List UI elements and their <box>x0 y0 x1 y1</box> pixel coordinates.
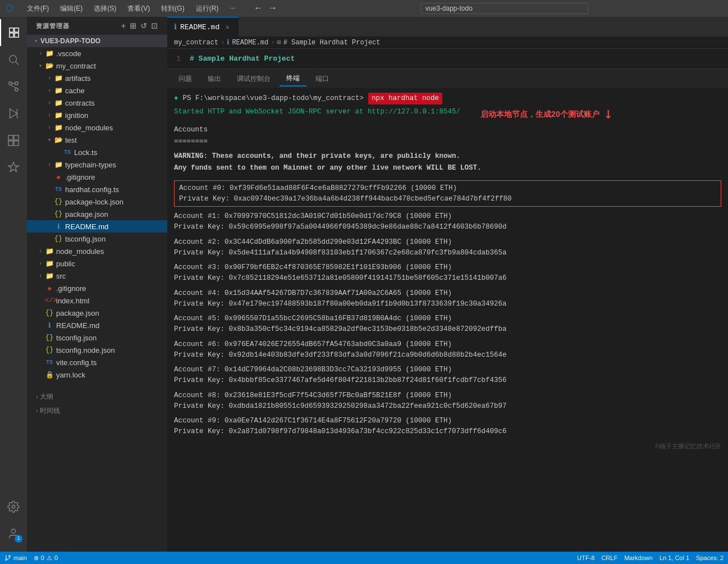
tree-item-yarn-lock[interactable]: 🔒 yarn.lock <box>27 369 167 381</box>
tab-readme[interactable]: ℹ README.md ✕ <box>167 17 239 37</box>
tree-label-tsconfig-inner: tsconfig.json <box>65 235 106 243</box>
breadcrumb-heading-icon: ⊞ <box>277 38 281 47</box>
account-2-address-line: Account #2: 0x3C44CdDdB6a900fa2b585dd299… <box>174 237 721 248</box>
tree-item-public[interactable]: › 📁 public <box>27 257 167 270</box>
svg-rect-15 <box>8 141 13 145</box>
outline-section[interactable]: › 大纲 <box>27 390 167 404</box>
line-endings-label: CRLF <box>601 554 617 561</box>
folder-icon: 📁 <box>45 247 54 256</box>
breadcrumb-readme-icon: ℹ <box>227 38 230 47</box>
tree-item-package-json-outer[interactable]: {} package.json <box>27 307 167 319</box>
activity-settings[interactable] <box>0 493 27 520</box>
tree-item-src[interactable]: › 📁 src <box>27 270 167 282</box>
tree-item-gitignore-outer[interactable]: ◈ .gitignore <box>27 282 167 294</box>
chevron-right-icon: › <box>45 162 54 168</box>
activity-extensions[interactable] <box>0 127 27 154</box>
tree-item-contracts[interactable]: › 📁 contracts <box>27 97 167 109</box>
svg-point-8 <box>15 82 19 85</box>
status-spaces[interactable]: Spaces: 2 <box>696 554 724 561</box>
menu-goto[interactable]: 转到(G) <box>157 3 189 15</box>
tree-label-readme-outer: README.md <box>56 321 99 330</box>
activity-search[interactable] <box>0 46 27 73</box>
tree-item-readme-inner[interactable]: ℹ README.md <box>27 220 167 233</box>
breadcrumb-mycontract: my_contract <box>174 39 218 47</box>
panel-tab-ports[interactable]: 端口 <box>309 72 336 86</box>
tree-project-root[interactable]: ▾ VUE3-DAPP-TODO <box>27 35 167 47</box>
tree-label-contracts: contracts <box>65 99 95 107</box>
account-9-key-line: Private Key: 0x2a871d0798f97d79848a013d4… <box>174 426 721 437</box>
panel-tab-terminal[interactable]: 终端 <box>280 71 306 87</box>
refresh-icon[interactable]: ↺ <box>140 21 148 30</box>
panel-tab-problems[interactable]: 问题 <box>172 72 199 86</box>
account-4-box: Account #4: 0x15d34AAf54267DB7D7c367839A… <box>174 288 721 310</box>
tree-item-tsconfig-inner[interactable]: {} tsconfig.json <box>27 233 167 245</box>
activity-remote[interactable] <box>0 154 27 181</box>
tree-item-package-lock[interactable]: {} package-lock.json <box>27 195 167 208</box>
tree-item-lockts[interactable]: TS Lock.ts <box>27 146 167 158</box>
tree-item-vite-config[interactable]: TS vite.config.ts <box>27 356 167 369</box>
language-label: Markdown <box>624 554 653 561</box>
collapse-icon[interactable]: ⊡ <box>151 21 158 30</box>
menu-select[interactable]: 选择(S) <box>89 3 121 15</box>
tree-item-readme-outer[interactable]: ℹ README.md <box>27 319 167 331</box>
status-language[interactable]: Markdown <box>624 554 653 561</box>
account-5-box: Account #5: 0x9965507D1a55bcC2695C58ba16… <box>174 313 721 335</box>
status-errors[interactable]: ⊗ 0 ⚠ 0 <box>34 554 58 562</box>
vscode-icon: ⬡ <box>6 3 13 14</box>
annotation-group: 启动本地节点，生成20个测试账户 ↗ <box>480 107 613 122</box>
activity-run[interactable] <box>0 100 27 127</box>
nav-forward-button[interactable]: → <box>268 3 278 13</box>
account-0-address-line: Account #0: 0xf39Fd6e51aad88F6F4ce6aB882… <box>179 183 716 194</box>
tab-close-button[interactable]: ✕ <box>223 22 232 31</box>
activity-explorer[interactable] <box>0 19 27 46</box>
error-icon: ⊗ <box>34 554 39 562</box>
timeline-section[interactable]: › 时间线 <box>27 404 167 418</box>
tree-item-vscode[interactable]: › 📁 .vscode <box>27 47 167 60</box>
tree-item-artifacts[interactable]: › 📁 artifacts <box>27 72 167 84</box>
tree-item-ignition[interactable]: › 📁 ignition <box>27 109 167 121</box>
menu-more[interactable]: ··· <box>225 3 240 15</box>
tree-label-artifacts: artifacts <box>65 74 91 83</box>
new-file-icon[interactable]: + <box>121 21 126 30</box>
git-branch-label: main <box>13 554 27 561</box>
menu-edit[interactable]: 编辑(E) <box>56 3 87 15</box>
ts-icon: TS <box>63 149 72 156</box>
menu-run[interactable]: 运行(R) <box>191 3 223 15</box>
status-git-branch[interactable]: main <box>4 554 27 561</box>
account-8-key: Private Key: 0xdbda1821b80551c9d65939329… <box>174 402 507 410</box>
tree-item-tsconfig-node[interactable]: {} tsconfig.node.json <box>27 344 167 356</box>
tree-item-test[interactable]: ▾ 📂 test <box>27 134 167 146</box>
nav-buttons: ← → <box>253 3 277 13</box>
tree-item-hardhat-config[interactable]: TS hardhat.config.ts <box>27 183 167 195</box>
activity-account[interactable]: 1 <box>0 520 27 547</box>
md-icon: ℹ <box>45 321 54 330</box>
status-position[interactable]: Ln 1, Col 1 <box>660 554 689 561</box>
new-folder-icon[interactable]: ⊞ <box>130 21 137 30</box>
tree-item-index-html[interactable]: </> index.html <box>27 294 167 307</box>
tree-item-node-modules-outer[interactable]: › 📁 node_modules <box>27 245 167 257</box>
json-icon: {} <box>45 334 54 342</box>
terminal[interactable]: ● PS F:\workspace\vue3-dapp-todo\my_cont… <box>167 88 728 552</box>
tree-item-my-contract[interactable]: ▾ 📂 my_contract <box>27 60 167 72</box>
account-4-address-line: Account #4: 0x15d34AAf54267DB7D7c367839A… <box>174 288 721 299</box>
json-icon: {} <box>45 309 54 317</box>
folder-icon: 📁 <box>54 124 63 132</box>
tree-item-tsconfig-outer[interactable]: {} tsconfig.json <box>27 331 167 344</box>
tree-item-gitignore-inner[interactable]: ◈ .gitignore <box>27 171 167 183</box>
tree-item-cache[interactable]: › 📁 cache <box>27 84 167 97</box>
nav-back-button[interactable]: ← <box>253 3 263 13</box>
tree-item-package-json-inner[interactable]: {} package.json <box>27 208 167 220</box>
status-encoding[interactable]: UTF-8 <box>577 554 594 561</box>
activity-scm[interactable] <box>0 73 27 100</box>
panel-tab-debug[interactable]: 调试控制台 <box>230 72 277 86</box>
menu-file[interactable]: 文件(F) <box>22 3 53 15</box>
tree-item-typechain[interactable]: › 📁 typechain-types <box>27 158 167 171</box>
chevron-right-icon: › <box>45 75 54 81</box>
search-input[interactable] <box>420 3 589 14</box>
status-line-endings[interactable]: CRLF <box>601 554 617 561</box>
menu-bar: 文件(F) 编辑(E) 选择(S) 查看(V) 转到(G) 运行(R) ··· <box>22 3 240 15</box>
tree-item-node-modules-inner[interactable]: › 📁 node_modules <box>27 121 167 134</box>
tree-label-package-lock: package-lock.json <box>65 198 123 206</box>
panel-tab-output[interactable]: 输出 <box>201 72 228 86</box>
menu-view[interactable]: 查看(V) <box>123 3 154 15</box>
